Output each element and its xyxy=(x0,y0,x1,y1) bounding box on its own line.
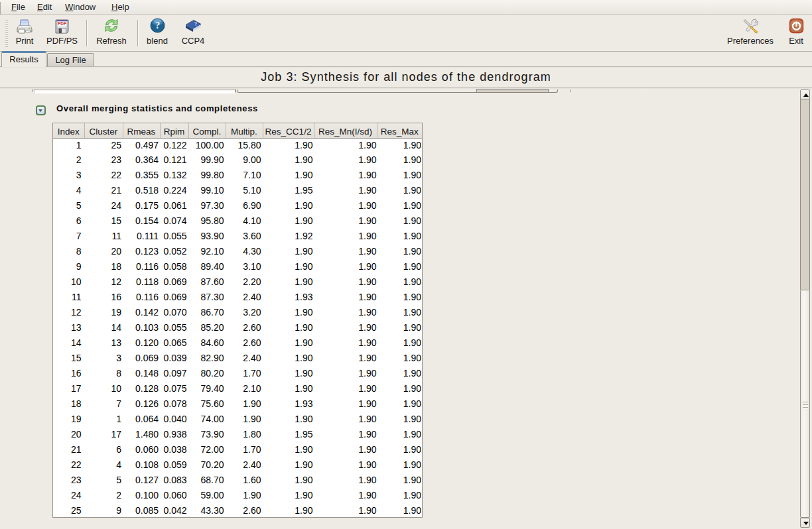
svg-text:?: ? xyxy=(194,21,197,27)
svg-text:?: ? xyxy=(155,20,159,30)
svg-text:PDF: PDF xyxy=(58,21,66,26)
